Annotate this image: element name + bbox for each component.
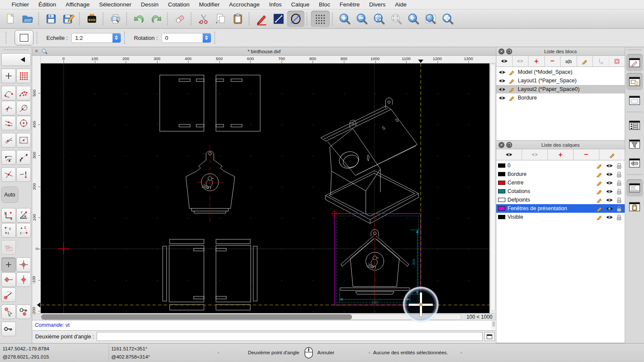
- snap-distance-manual-icon[interactable]: 12: [16, 150, 31, 165]
- save-as-icon[interactable]: [60, 11, 77, 27]
- block-row[interactable]: Bordure: [496, 94, 625, 102]
- drawing-canvas[interactable]: 309 220: [41, 63, 489, 313]
- render-window-icon[interactable]: [626, 154, 643, 172]
- select-reference-icon[interactable]: [1, 305, 16, 319]
- layer-visibility-eye-icon[interactable]: [605, 163, 613, 168]
- zoom-previous-icon[interactable]: [405, 11, 422, 27]
- layer-visibility-eye-icon[interactable]: [605, 206, 613, 211]
- menu-item[interactable]: Fenêtre: [335, 0, 365, 9]
- layer-lock-icon[interactable]: [615, 214, 623, 220]
- copy-icon[interactable]: +: [212, 11, 229, 27]
- menu-item[interactable]: Sélectionner: [94, 0, 136, 9]
- add-block-icon[interactable]: +: [529, 56, 545, 66]
- block-visibility-eye-icon[interactable]: [498, 87, 506, 92]
- layer-row[interactable]: Defpoints: [496, 196, 625, 204]
- draw-line-icon[interactable]: [270, 11, 287, 27]
- menu-item[interactable]: Aide: [390, 0, 411, 9]
- layer-row[interactable]: Visible: [496, 213, 625, 221]
- block-visibility-eye-icon[interactable]: [498, 96, 506, 100]
- menu-item[interactable]: Calque: [286, 0, 314, 9]
- save-icon[interactable]: [43, 11, 60, 27]
- clipboard-window-icon[interactable]: [626, 198, 643, 215]
- rename-block-icon[interactable]: a|b: [561, 56, 577, 66]
- layer-visibility-eye-icon[interactable]: [605, 189, 613, 194]
- relative-zero-plus-icon[interactable]: [1, 257, 16, 272]
- zoom-auto-icon[interactable]: [371, 11, 388, 27]
- viewport-window-icon[interactable]: [626, 92, 643, 109]
- menu-item[interactable]: Bloc: [314, 0, 335, 9]
- layer-row[interactable]: Cotations: [496, 187, 625, 196]
- edit-layer-icon[interactable]: [599, 149, 625, 160]
- property-editor-window-icon[interactable]: [626, 54, 643, 71]
- command-history-scrollbar[interactable]: [492, 321, 495, 330]
- cut-icon[interactable]: +: [195, 11, 212, 27]
- viewport-mode-button[interactable]: [15, 30, 33, 45]
- remove-block-icon[interactable]: −: [545, 56, 561, 66]
- layer-lock-icon[interactable]: [615, 163, 623, 169]
- snap-middle-icon[interactable]: [1, 116, 16, 130]
- selection-filter-window-icon[interactable]: [626, 136, 643, 153]
- coordinate-polar-icon[interactable]: ra: [16, 208, 31, 223]
- block-row[interactable]: Layout1 (*Paper_Space): [496, 76, 625, 85]
- detach-panel-icon[interactable]: ❐: [506, 48, 512, 54]
- close-panel-icon[interactable]: ✕: [498, 142, 504, 148]
- block-row[interactable]: Layout2 (*Paper_Space0): [496, 85, 625, 94]
- relative-zero-vertical-icon[interactable]: [16, 272, 31, 287]
- lock-relative-zero-icon[interactable]: [16, 305, 31, 319]
- new-file-icon[interactable]: [2, 11, 19, 27]
- command-input[interactable]: [97, 332, 483, 341]
- snap-grid-icon[interactable]: [16, 69, 31, 83]
- eraser-icon[interactable]: [171, 11, 188, 27]
- layer-visibility-eye-icon[interactable]: [605, 198, 613, 202]
- block-visibility-eye-icon[interactable]: [498, 70, 506, 75]
- rotation-combobox[interactable]: 0: [161, 33, 211, 43]
- snap-free-icon[interactable]: [1, 69, 16, 83]
- show-all-layers-icon[interactable]: [496, 149, 522, 160]
- add-layer-icon[interactable]: +: [548, 149, 574, 160]
- undo-icon[interactable]: [131, 11, 148, 27]
- corners-absolute-icon[interactable]: 12: [16, 223, 31, 238]
- layer-visibility-eye-icon[interactable]: [605, 181, 613, 185]
- remove-layer-icon[interactable]: −: [574, 149, 599, 160]
- layer-lock-icon[interactable]: [615, 188, 623, 195]
- back-button[interactable]: [1, 53, 31, 66]
- menu-item[interactable]: Dessin: [136, 0, 163, 9]
- command-window-toggle-button[interactable]: [484, 332, 495, 341]
- stepper-icon[interactable]: [203, 33, 211, 43]
- restrict-orthogonal-icon[interactable]: [1, 150, 16, 165]
- layer-visibility-eye-icon[interactable]: [605, 215, 613, 220]
- snap-intersection-icon[interactable]: [1, 167, 16, 182]
- stepper-icon[interactable]: [112, 33, 121, 43]
- paste-icon[interactable]: [229, 11, 246, 27]
- menu-item[interactable]: Modifier: [194, 0, 224, 9]
- layer-lock-icon[interactable]: [615, 171, 623, 178]
- corners-relative-icon[interactable]: 12: [1, 223, 16, 238]
- draw-pencil-icon[interactable]: [253, 11, 270, 27]
- snap-intersection-manual-icon[interactable]: !: [16, 167, 31, 182]
- menu-item[interactable]: Édition: [34, 0, 61, 9]
- layer-lock-icon[interactable]: [615, 197, 623, 203]
- snap-reference-icon[interactable]: [16, 133, 31, 148]
- zoom-in-icon[interactable]: [336, 11, 353, 27]
- draw-ellipse-icon[interactable]: [287, 11, 304, 27]
- zoom-pan-icon[interactable]: [439, 11, 456, 27]
- snap-endpoints-icon[interactable]: [1, 86, 16, 100]
- snap-points-on-entity-icon[interactable]: [16, 86, 31, 100]
- set-relative-zero-icon[interactable]: [16, 257, 31, 272]
- layer-visibility-eye-icon[interactable]: [605, 172, 613, 177]
- show-all-blocks-icon[interactable]: [496, 56, 513, 66]
- horizontal-scrollbar-thumb[interactable]: [41, 314, 352, 320]
- snap-angle-icon[interactable]: [1, 287, 16, 302]
- menu-item[interactable]: Infos: [264, 0, 286, 9]
- command-line-window-icon[interactable]: [626, 179, 643, 196]
- layer-row[interactable]: Fenêtres de présentation: [496, 204, 625, 213]
- detach-panel-icon[interactable]: ❐: [506, 142, 512, 148]
- vertical-scrollbar[interactable]: [489, 63, 496, 313]
- layer-row[interactable]: Centre: [496, 178, 625, 187]
- layer-row[interactable]: Bordure: [496, 170, 625, 178]
- horizontal-scrollbar[interactable]: [41, 314, 462, 320]
- library-browser-window-icon[interactable]: [626, 73, 643, 90]
- layer-lock-icon[interactable]: [615, 180, 623, 186]
- menu-item[interactable]: Affichage: [61, 0, 94, 9]
- layer-list-window-icon[interactable]: [626, 117, 643, 134]
